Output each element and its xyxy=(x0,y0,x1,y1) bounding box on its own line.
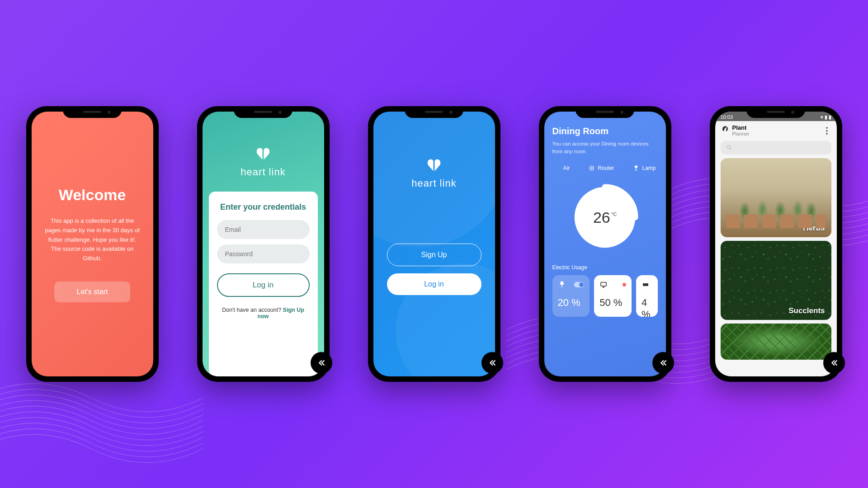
tab-label: Router xyxy=(598,165,614,171)
room-title: Dining Room xyxy=(552,126,658,136)
temperature-value: 26°C xyxy=(593,208,617,226)
more-icon[interactable]: ⋮ xyxy=(823,126,830,136)
device-icon xyxy=(599,281,608,289)
signup-prompt: Don't have an account? Sign Up now xyxy=(217,307,310,319)
back-fab[interactable] xyxy=(823,352,845,374)
signup-button[interactable]: Sign Up xyxy=(387,244,481,266)
status-time: 10:03 xyxy=(721,114,733,120)
brand-name: heart link xyxy=(241,166,285,178)
leaf-icon xyxy=(722,126,729,133)
tab-air[interactable]: Air xyxy=(554,165,570,171)
welcome-description: This app is a collection of all the page… xyxy=(43,216,142,263)
toggle-switch[interactable] xyxy=(574,282,584,287)
search-input[interactable] xyxy=(721,141,831,155)
notch xyxy=(405,106,463,118)
lamp-icon xyxy=(558,281,566,289)
email-field[interactable] xyxy=(217,220,310,239)
svg-point-0 xyxy=(591,167,593,169)
back-fab[interactable] xyxy=(481,352,503,374)
lets-start-button[interactable]: Let's start xyxy=(54,282,131,302)
usage-percent: 4 % xyxy=(642,297,652,317)
phone-welcome: Welcome This app is a collection of all … xyxy=(26,106,159,382)
credentials-title: Enter your credentials xyxy=(217,202,310,212)
usage-percent: 20 % xyxy=(558,297,585,309)
search-icon xyxy=(726,145,732,151)
category-label: Succlents xyxy=(788,306,825,315)
signal-icon: ▮ xyxy=(825,114,827,120)
svg-point-1 xyxy=(590,166,594,170)
svg-rect-4 xyxy=(643,283,648,286)
phone-login-form: heart link Enter your credentials Log in… xyxy=(197,106,330,382)
app-subtitle: Planner xyxy=(732,131,750,136)
toggle-switch[interactable] xyxy=(616,282,626,287)
app-name: Plant xyxy=(732,125,750,131)
notch xyxy=(576,106,634,118)
ac-icon xyxy=(554,165,561,171)
usage-card[interactable]: 50 % xyxy=(594,275,632,317)
category-card-herbs[interactable]: Herbs xyxy=(721,158,831,237)
tab-label: Lamp xyxy=(642,165,656,171)
usage-percent: 50 % xyxy=(599,297,626,309)
back-fab[interactable] xyxy=(311,352,332,374)
notch xyxy=(63,106,122,118)
usage-card[interactable]: 20 % xyxy=(552,275,590,317)
phone-auth-landing: heart link Sign Up Log in xyxy=(368,106,500,382)
room-subtitle: You can access your Dining room devices … xyxy=(552,140,658,156)
usage-label: Electric Usage xyxy=(552,264,658,271)
tab-lamp[interactable]: Lamp xyxy=(633,165,656,171)
heart-icon xyxy=(255,145,271,162)
notch xyxy=(746,106,805,118)
category-card[interactable] xyxy=(721,324,831,360)
lamp-icon xyxy=(633,165,639,171)
battery-icon: ▮ xyxy=(829,114,831,120)
brand-name: heart link xyxy=(411,178,456,189)
usage-card[interactable]: 4 % xyxy=(636,275,658,317)
password-field[interactable] xyxy=(217,244,310,263)
svg-point-5 xyxy=(727,146,730,149)
phone-plant-planner: 10:03 ▾ ▮ ▮ Plant Planner ⋮ Herbs xyxy=(710,106,842,382)
login-button[interactable]: Log in xyxy=(387,273,481,295)
heart-icon xyxy=(426,157,442,173)
svg-rect-3 xyxy=(601,282,606,286)
back-fab[interactable] xyxy=(652,352,674,374)
category-label: Herbs xyxy=(803,224,825,233)
router-icon xyxy=(589,165,595,171)
temperature-dial[interactable]: 26°C xyxy=(569,181,641,253)
category-card-succulents[interactable]: Succlents xyxy=(721,241,831,320)
notch xyxy=(234,106,292,118)
wifi-icon: ▾ xyxy=(821,114,823,120)
tab-label: Air xyxy=(563,165,570,171)
phone-smart-home: Dining Room You can access your Dining r… xyxy=(539,106,671,382)
login-button[interactable]: Log in xyxy=(217,273,310,297)
device-icon xyxy=(642,281,650,289)
welcome-title: Welcome xyxy=(43,186,142,204)
tab-router[interactable]: Router xyxy=(589,165,614,171)
